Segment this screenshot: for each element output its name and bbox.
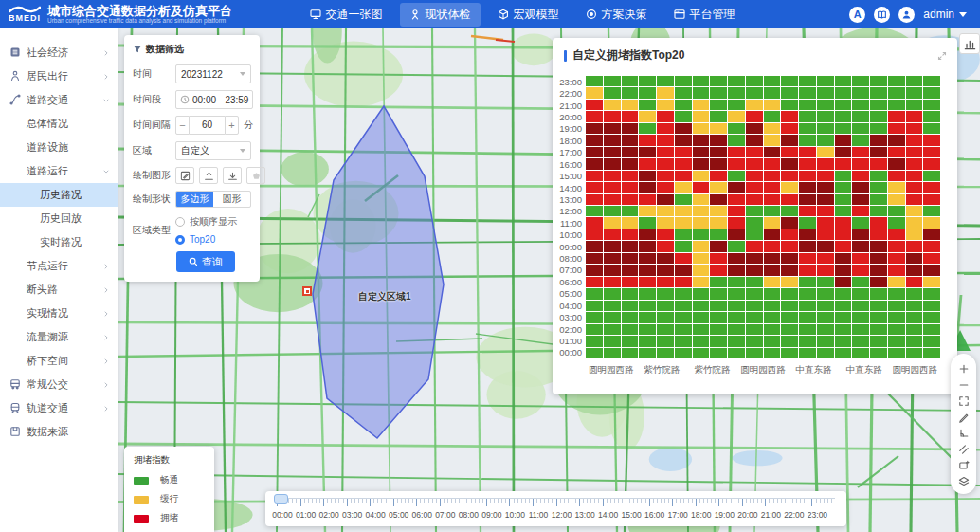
heatmap-cell bbox=[746, 158, 763, 169]
heatmap-cell bbox=[870, 194, 887, 205]
heatmap-cell bbox=[888, 301, 905, 311]
query-button[interactable]: 查询 bbox=[176, 251, 235, 272]
sidebar-item-2[interactable]: 道路交通 bbox=[0, 88, 118, 112]
fullscreen-button[interactable] bbox=[951, 393, 976, 409]
radio-order-display[interactable]: 按顺序显示 bbox=[175, 215, 237, 229]
interval-value[interactable]: 60 bbox=[190, 116, 225, 135]
heatmap-cell bbox=[817, 87, 834, 98]
heatmap-cell bbox=[639, 76, 656, 86]
draw-edit-button[interactable] bbox=[175, 167, 194, 184]
polygon-shape-button[interactable] bbox=[246, 167, 265, 184]
expand-icon[interactable] bbox=[936, 50, 948, 62]
chart-toggle-button[interactable] bbox=[959, 33, 980, 54]
minus-button[interactable]: − bbox=[175, 116, 190, 135]
date-select-value: 20231122 bbox=[181, 69, 223, 80]
sidebar-item-8[interactable]: 实时路况 bbox=[0, 230, 118, 254]
custom-region-polygon[interactable] bbox=[313, 106, 444, 438]
heatmap-cell bbox=[710, 111, 727, 121]
plus-button[interactable]: + bbox=[225, 116, 239, 135]
badge-a-icon[interactable]: A bbox=[849, 7, 865, 23]
screenshot-button[interactable] bbox=[951, 457, 976, 473]
timeline-tick bbox=[746, 499, 747, 503]
import-region-button[interactable] bbox=[199, 167, 218, 184]
heatmap-cell bbox=[923, 253, 940, 264]
clear-button[interactable] bbox=[951, 441, 976, 457]
heatmap-cell bbox=[675, 147, 692, 157]
nav-item-3[interactable]: 方案决策 bbox=[576, 3, 657, 27]
layers-button[interactable] bbox=[951, 473, 976, 489]
heatmap-cell bbox=[906, 194, 923, 205]
user-menu[interactable]: admin bbox=[923, 8, 967, 21]
time-slider-handle[interactable] bbox=[274, 494, 288, 504]
heatmap-cell bbox=[622, 76, 639, 86]
sidebar-item-6[interactable]: 历史路况 bbox=[0, 183, 118, 207]
radio-icon bbox=[175, 217, 185, 227]
timeline-tick bbox=[362, 499, 363, 503]
sidebar-item-16[interactable]: 数据来源 bbox=[0, 420, 118, 444]
sidebar-item-15[interactable]: 轨道交通 bbox=[0, 396, 118, 420]
timeline-hour-label: 18:00 bbox=[691, 510, 711, 520]
heatmap-cell bbox=[586, 171, 603, 181]
user-icon[interactable] bbox=[898, 7, 915, 23]
heatmap-cell bbox=[923, 100, 940, 110]
timeline-tick bbox=[722, 499, 723, 503]
heatmap-cell bbox=[657, 348, 674, 358]
timeline-tick bbox=[533, 499, 534, 506]
export-region-button[interactable] bbox=[223, 167, 242, 184]
area-select[interactable]: 自定义 bbox=[175, 141, 251, 160]
heatmap-cell bbox=[764, 229, 781, 240]
heatmap-cell bbox=[835, 182, 852, 193]
app-subtitle: Urban comprehensive traffic data analysi… bbox=[47, 17, 226, 24]
sidebar-item-3[interactable]: 总体情况 bbox=[0, 112, 118, 136]
sidebar-item-14[interactable]: 常规公交 bbox=[0, 373, 118, 396]
heatmap-cell bbox=[817, 301, 834, 311]
timeline-tick bbox=[629, 499, 630, 503]
heatmap-x-axis: 圆明园西路紫竹院路紫竹院路圆明园西路中直东路中直东路圆明园西路 bbox=[586, 364, 940, 376]
heatmap-cell bbox=[622, 100, 639, 110]
sidebar-item-11[interactable]: 实现情况 bbox=[0, 302, 118, 325]
heatmap-cell bbox=[781, 182, 798, 193]
heatmap-cell bbox=[657, 241, 674, 251]
sidebar-item-4[interactable]: 道路设施 bbox=[0, 136, 118, 159]
zoom-in-button[interactable] bbox=[951, 360, 976, 376]
sidebar-item-13[interactable]: 桥下空间 bbox=[0, 349, 118, 373]
nav-item-4[interactable]: 平台管理 bbox=[664, 3, 745, 27]
zoom-out-button[interactable] bbox=[951, 376, 976, 393]
heatmap-cell bbox=[764, 217, 781, 228]
filter-panel: 数据筛选 时间 20231122 时间段 00:00 - 23:59 bbox=[124, 35, 260, 282]
measure-button[interactable] bbox=[951, 409, 976, 425]
time-range-input[interactable]: 00:00 - 23:59 bbox=[175, 90, 253, 109]
heatmap-cell bbox=[622, 324, 639, 335]
heatmap-cell bbox=[923, 324, 940, 335]
nav-item-1[interactable]: 现状体检 bbox=[400, 3, 481, 27]
nav-item-2[interactable]: 宏观模型 bbox=[488, 3, 569, 27]
heatmap-cell bbox=[586, 265, 603, 275]
sidebar-item-1[interactable]: 居民出行 bbox=[0, 64, 118, 88]
time-slider-track[interactable] bbox=[277, 498, 835, 510]
book-icon[interactable] bbox=[874, 7, 890, 23]
sidebar-item-9[interactable]: 节点运行 bbox=[0, 254, 118, 278]
shape-option-polygon[interactable]: 多边形 bbox=[176, 192, 213, 207]
chevron-right-icon bbox=[102, 263, 110, 270]
heatmap-cell bbox=[728, 301, 745, 311]
sidebar-item-7[interactable]: 历史回放 bbox=[0, 207, 118, 230]
map-marker[interactable] bbox=[302, 286, 312, 296]
date-select[interactable]: 20231122 bbox=[175, 64, 251, 83]
heatmap-cell bbox=[622, 253, 639, 264]
heatmap-cell bbox=[728, 111, 745, 121]
nav-item-0[interactable]: 交通一张图 bbox=[300, 3, 392, 27]
sidebar-item-0[interactable]: 社会经济 bbox=[0, 41, 118, 64]
shape-option-circle[interactable]: 圆形 bbox=[213, 192, 250, 207]
radio-top20[interactable]: Top20 bbox=[175, 234, 237, 245]
heatmap-cell bbox=[781, 336, 798, 346]
sidebar-item-10[interactable]: 断头路 bbox=[0, 278, 118, 302]
heatmap-cell bbox=[586, 312, 603, 322]
heatmap-cell bbox=[906, 324, 923, 335]
timeline-tick bbox=[556, 499, 557, 506]
sidebar-item-5[interactable]: 道路运行 bbox=[0, 159, 118, 183]
timeline-hour-label: 01:00 bbox=[296, 510, 316, 520]
heatmap-cell bbox=[799, 312, 816, 322]
heatmap-y-tick: 17:00 bbox=[553, 147, 582, 158]
angle-measure-button[interactable] bbox=[951, 425, 976, 441]
sidebar-item-12[interactable]: 流量溯源 bbox=[0, 325, 118, 349]
